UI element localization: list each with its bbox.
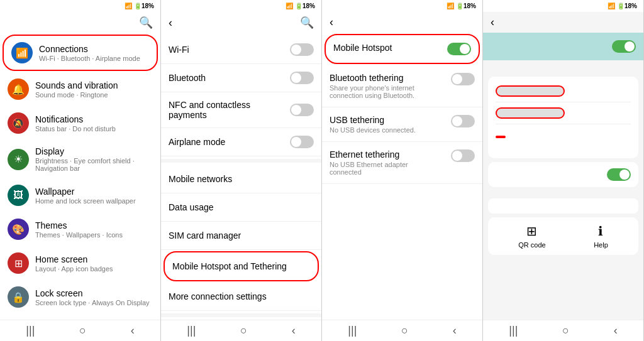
- toggle-mobile-hotspot[interactable]: [447, 43, 471, 55]
- plain-group: Mobile networksData usageSIM card manage…: [161, 165, 321, 311]
- connected-section-label: [483, 191, 643, 198]
- search-icon[interactable]: 🔍: [139, 16, 153, 30]
- conn-item-nfc[interactable]: NFC and contactless payments: [161, 92, 321, 128]
- subtitle-notifications: Status bar · Do not disturb: [35, 125, 153, 133]
- icon-themes: 🎨: [8, 219, 29, 240]
- toggle-wifi[interactable]: [290, 43, 314, 56]
- bottom-icons-row: ⊞ QR code ℹ Help: [488, 217, 638, 255]
- nav-bar-1: ||| ○ ‹: [0, 320, 160, 341]
- toggle-nfc[interactable]: [290, 104, 314, 116]
- nav-bar-2: ||| ○ ‹: [161, 320, 321, 341]
- subtitle-wallpaper: Home and lock screen wallpaper: [35, 197, 153, 205]
- no-devices: [488, 198, 638, 214]
- settings-item-biometrics[interactable]: 👆 Biometrics and security Face recogniti…: [0, 314, 160, 320]
- nav-home-3[interactable]: ○: [401, 324, 408, 337]
- password-oval: [496, 107, 565, 119]
- divider-1: [161, 159, 321, 163]
- hotspot-top-bar: ‹: [322, 12, 482, 33]
- connections-scroll: Wi-Fi Bluetooth NFC and contactless paym…: [161, 33, 321, 320]
- hotspot-item-ethernet-tethering[interactable]: Ethernet tethering No USB Ethernet adapt…: [322, 142, 482, 184]
- icon-notifications: 🔕: [8, 112, 29, 134]
- settings-item-wallpaper[interactable]: 🖼 Wallpaper Home and lock screen wallpap…: [0, 178, 160, 212]
- conn-item-bluetooth[interactable]: Bluetooth: [161, 64, 321, 92]
- toggle-airplane[interactable]: [290, 136, 314, 148]
- settings-item-connections[interactable]: 📶 Connections Wi-Fi · Bluetooth · Airpla…: [3, 35, 158, 71]
- conn-item-wifi[interactable]: Wi-Fi: [161, 36, 321, 64]
- toggle-ethernet-tethering[interactable]: [451, 149, 475, 162]
- panel-settings: 📶 🔋18% 🔍 📶 Connections Wi-Fi · Bluetooth…: [0, 0, 161, 341]
- toggle-group: Wi-Fi Bluetooth NFC and contactless paym…: [161, 36, 321, 156]
- qr-code-btn[interactable]: ⊞ QR code: [518, 224, 545, 249]
- nav-home-1[interactable]: ○: [79, 324, 86, 337]
- title-display: Display: [35, 146, 153, 156]
- back-btn-2[interactable]: ‹: [169, 16, 172, 30]
- plain-item-more-connection[interactable]: More connection settings: [161, 283, 321, 311]
- nav-recent-1[interactable]: |||: [26, 324, 35, 337]
- status-icons-1: 📶 🔋18%: [125, 3, 154, 9]
- hotspot-sub-usb-tethering: No USB devices connected.: [330, 126, 416, 134]
- nav-back-2[interactable]: ‹: [292, 324, 296, 337]
- settings-item-notifications[interactable]: 🔕 Notifications Status bar · Do not dist…: [0, 106, 160, 140]
- status-bar-4: 📶 🔋18%: [483, 0, 643, 12]
- settings-list: 📶 Connections Wi-Fi · Bluetooth · Airpla…: [0, 33, 160, 320]
- hotspot-item-bluetooth-tethering[interactable]: Bluetooth tethering Share your phone's i…: [322, 65, 482, 107]
- status-bar-2: 📶 🔋18%: [161, 0, 321, 12]
- hotspot-item-mobile-hotspot[interactable]: Mobile Hotspot: [325, 34, 480, 64]
- subtitle-sounds: Sound mode · Ringtone: [35, 91, 153, 99]
- nav-back-4[interactable]: ‹: [614, 324, 618, 337]
- subtitle-lockscreen: Screen lock type · Always On Display: [35, 299, 153, 306]
- auto-hotspot-toggle[interactable]: [607, 168, 631, 181]
- icon-wallpaper: 🖼: [8, 185, 29, 206]
- settings-item-themes[interactable]: 🎨 Themes Themes · Wallpapers · Icons: [0, 212, 160, 246]
- settings-item-sounds[interactable]: 🔔 Sounds and vibration Sound mode · Ring…: [0, 72, 160, 106]
- nav-recent-4[interactable]: |||: [509, 324, 518, 337]
- title-homescreen: Home screen: [35, 254, 153, 264]
- connections-top-bar: ‹ 🔍: [161, 12, 321, 33]
- connect-desc: [483, 60, 643, 73]
- hotspot-item-usb-tethering[interactable]: USB tethering No USB devices connected.: [322, 107, 482, 142]
- conn-item-airplane[interactable]: Airplane mode: [161, 128, 321, 156]
- status-bar-1: 📶 🔋18%: [0, 0, 160, 12]
- hotspot-title-usb-tethering: USB tethering: [330, 115, 416, 125]
- settings-item-homescreen[interactable]: ⊞ Home screen Layout · App icon badges: [0, 246, 160, 280]
- band-value: [496, 136, 506, 138]
- status-bar-3: 📶 🔋18%: [322, 0, 482, 12]
- icon-homescreen: ⊞: [8, 252, 29, 274]
- settings-item-lockscreen[interactable]: 🔒 Lock screen Screen lock type · Always …: [0, 280, 160, 314]
- mobile-hotspot-scroll: ⊞ QR code ℹ Help: [483, 33, 643, 320]
- settings-scroll: 📶 Connections Wi-Fi · Bluetooth · Airpla…: [0, 33, 160, 320]
- nav-back-3[interactable]: ‹: [453, 324, 457, 337]
- icon-display: ☀: [8, 149, 29, 170]
- network-name-oval: [496, 85, 565, 97]
- label-bluetooth: Bluetooth: [169, 73, 206, 83]
- nav-home-2[interactable]: ○: [240, 324, 247, 337]
- title-lockscreen: Lock screen: [35, 288, 153, 298]
- subtitle-connections: Wi-Fi · Bluetooth · Airplane mode: [39, 55, 149, 62]
- back-btn-4[interactable]: ‹: [491, 16, 494, 29]
- panel-hotspot-tethering: 📶 🔋18% ‹ Mobile Hotspot Bluetooth tether…: [322, 0, 483, 341]
- hotspot-sub-ethernet-tethering: No USB Ethernet adapter connected: [330, 161, 430, 176]
- nav-recent-3[interactable]: |||: [348, 324, 357, 337]
- nav-home-4[interactable]: ○: [562, 324, 569, 337]
- plain-item-sim-manager[interactable]: SIM card manager: [161, 222, 321, 250]
- hotspot-tethering-scroll: Mobile Hotspot Bluetooth tethering Share…: [322, 33, 482, 320]
- hotspot-toggle[interactable]: [612, 40, 636, 53]
- hotspot-list: Mobile Hotspot Bluetooth tethering Share…: [322, 34, 482, 184]
- help-btn[interactable]: ℹ Help: [594, 224, 608, 249]
- plain-item-mobile-hotspot[interactable]: Mobile Hotspot and Tethering: [164, 251, 319, 281]
- status-icons-2: 📶 🔋18%: [286, 3, 315, 9]
- nav-back-1[interactable]: ‹: [131, 324, 135, 337]
- back-btn-3[interactable]: ‹: [330, 16, 333, 29]
- settings-item-display[interactable]: ☀ Display Brightness · Eye comfort shiel…: [0, 140, 160, 178]
- search-icon-2[interactable]: 🔍: [300, 16, 314, 30]
- toggle-bluetooth-tethering[interactable]: [451, 73, 475, 85]
- toggle-bluetooth[interactable]: [290, 72, 314, 84]
- nav-recent-2[interactable]: |||: [187, 324, 196, 337]
- title-themes: Themes: [35, 220, 153, 230]
- plain-item-data-usage[interactable]: Data usage: [161, 193, 321, 222]
- help-label: Help: [594, 241, 608, 249]
- status-icons-3: 📶 🔋18%: [447, 3, 476, 9]
- configure-btn[interactable]: [496, 142, 631, 152]
- plain-item-mobile-networks[interactable]: Mobile networks: [161, 165, 321, 193]
- toggle-usb-tethering[interactable]: [451, 115, 475, 127]
